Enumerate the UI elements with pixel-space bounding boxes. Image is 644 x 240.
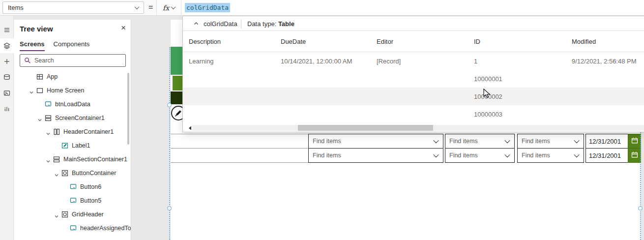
filter-combo-1[interactable]: Find items: [308, 134, 443, 149]
date-filter-input[interactable]: 12/31/2001: [585, 148, 628, 163]
table-cell: 10000003: [468, 111, 566, 118]
tree-item-label: HeaderContainer1: [63, 128, 114, 135]
tab-components[interactable]: Components: [54, 40, 90, 51]
tree-item-buttoncontainer[interactable]: ButtonContainer: [14, 166, 131, 180]
tree-item-app[interactable]: App: [14, 70, 131, 84]
button-icon: [45, 101, 52, 110]
resize-handle[interactable]: [167, 206, 172, 210]
media-icon[interactable]: [0, 86, 14, 100]
calendar-icon: [631, 137, 638, 145]
chevron-down-icon: [504, 138, 510, 143]
tree-item-label: Label1: [72, 142, 90, 149]
tree-list: AppHome ScreenbtnLoadDataScreenContainer…: [14, 70, 131, 235]
data-preview-flyout: colGridData Data type: Table Description…: [182, 16, 644, 132]
chevron-down-icon: [504, 152, 510, 157]
preview-hscrollbar[interactable]: [183, 123, 644, 133]
fx-dropdown[interactable]: fx: [156, 0, 181, 15]
tree-item-label: GridHeader: [72, 211, 104, 218]
screen-icon: [36, 87, 43, 96]
tab-screens[interactable]: Screens: [20, 40, 45, 51]
filter-combo-3[interactable]: Find items: [517, 148, 584, 163]
collapse-chevron-up-icon[interactable]: [194, 21, 199, 26]
chevron-down-icon[interactable]: [29, 88, 34, 97]
tree-item-home-screen[interactable]: Home Screen: [14, 84, 131, 97]
tree-item-label: Button5: [80, 197, 101, 204]
tree-item-label: ScreenContainer1: [55, 115, 105, 121]
combo-placeholder: Find items: [445, 152, 478, 159]
flyout-header: colGridData Data type: Table: [183, 16, 644, 31]
left-rail: [0, 16, 14, 240]
combo-placeholder: Find items: [309, 138, 341, 145]
tree-item-label: App: [47, 73, 58, 80]
filter-combo-2[interactable]: Find items: [445, 134, 515, 149]
date-filter-input[interactable]: 12/31/2001: [585, 134, 628, 149]
close-icon[interactable]: ×: [121, 24, 126, 32]
chevron-down-icon[interactable]: [54, 212, 59, 221]
container-box-icon: [61, 211, 68, 220]
tree-tabs: ScreensComponents: [20, 40, 89, 51]
resize-handle[interactable]: [638, 206, 643, 210]
grid-empty-cell: [171, 134, 309, 149]
property-selector[interactable]: Items: [2, 1, 144, 14]
calendar-button[interactable]: [628, 148, 641, 163]
divider: [241, 19, 241, 29]
filter-combo-3[interactable]: Find items: [517, 134, 584, 149]
property-selector-value: Items: [8, 4, 24, 11]
formula-bar: Items = fx colGridData: [0, 0, 644, 16]
tree-view-panel: Tree view × ScreensComponents Search App…: [14, 20, 131, 240]
filter-combo-2[interactable]: Find items: [445, 148, 515, 163]
calendar-button[interactable]: [628, 134, 641, 149]
chevron-down-icon: [171, 4, 176, 9]
chevron-down-icon[interactable]: [46, 157, 51, 166]
scroll-left-icon[interactable]: [188, 126, 192, 130]
powerapps-studio: Items = fx colGridData Tree view × Scree…: [0, 0, 644, 240]
chevron-down-icon[interactable]: [37, 116, 42, 124]
search-input[interactable]: Search: [20, 54, 126, 67]
chevron-down-icon: [433, 152, 439, 157]
container-box-icon: [61, 170, 68, 179]
combo-placeholder: Find items: [518, 152, 550, 159]
scrollbar-thumb[interactable]: [298, 125, 433, 131]
resize-handle[interactable]: [167, 103, 172, 107]
tree-view-icon[interactable]: [0, 38, 14, 53]
table-cell: 10/14/2021, 12:00:00 AM: [275, 58, 371, 65]
variables-icon[interactable]: [0, 101, 14, 116]
tree-item-button5[interactable]: Button5: [14, 194, 131, 208]
table-row: Learning10/14/2021, 12:00:00 AM[Record]1…: [183, 52, 644, 70]
column-header-duedate: DueDate: [275, 38, 371, 45]
tree-item-label: Home Screen: [47, 87, 84, 94]
formula-input[interactable]: colGridData: [181, 0, 644, 15]
tree-item-mainsectioncontainer1[interactable]: MainSectionContainer1: [14, 152, 131, 166]
column-header-description: Description: [183, 38, 275, 45]
chevron-down-icon[interactable]: [46, 129, 51, 138]
filter-combo-1[interactable]: Find items: [308, 148, 443, 163]
tree-item-screencontainer1[interactable]: ScreenContainer1: [14, 111, 131, 125]
tree-item-gridheader[interactable]: GridHeader: [14, 208, 131, 221]
tree-item-button6[interactable]: Button6: [14, 180, 131, 194]
chevron-down-icon: [135, 4, 140, 9]
column-header-editor: Editor: [371, 38, 468, 45]
tree-item-btnloaddata[interactable]: btnLoadData: [14, 97, 131, 111]
table-row: 10000003: [183, 105, 644, 123]
data-icon[interactable]: [0, 70, 14, 85]
chevron-down-icon[interactable]: [54, 171, 59, 180]
search-placeholder: Search: [34, 57, 54, 64]
menu-icon[interactable]: [0, 23, 14, 37]
insert-icon[interactable]: [0, 54, 14, 69]
button-icon: [70, 225, 77, 234]
column-header-id: ID: [468, 38, 566, 45]
tree-item-headercontainer1[interactable]: HeaderContainer1: [14, 125, 131, 139]
tree-item-label1[interactable]: Label1: [14, 139, 131, 152]
selection-border-right: [640, 132, 641, 240]
fx-icon: fx: [163, 4, 169, 12]
column-header-modified: Modified: [566, 38, 644, 45]
table-row: 10000002: [183, 88, 644, 105]
tree-item-label: Button6: [80, 183, 101, 190]
table-cell: [Record]: [371, 58, 468, 65]
combo-placeholder: Find items: [309, 152, 341, 159]
tree-scrollbar[interactable]: [127, 73, 129, 145]
chevron-down-icon: [574, 152, 579, 157]
tree-item-label: headerAssignedTo: [80, 225, 131, 232]
tree-item-headerassignedto[interactable]: headerAssignedTo: [14, 221, 131, 235]
combo-placeholder: Find items: [518, 138, 550, 145]
